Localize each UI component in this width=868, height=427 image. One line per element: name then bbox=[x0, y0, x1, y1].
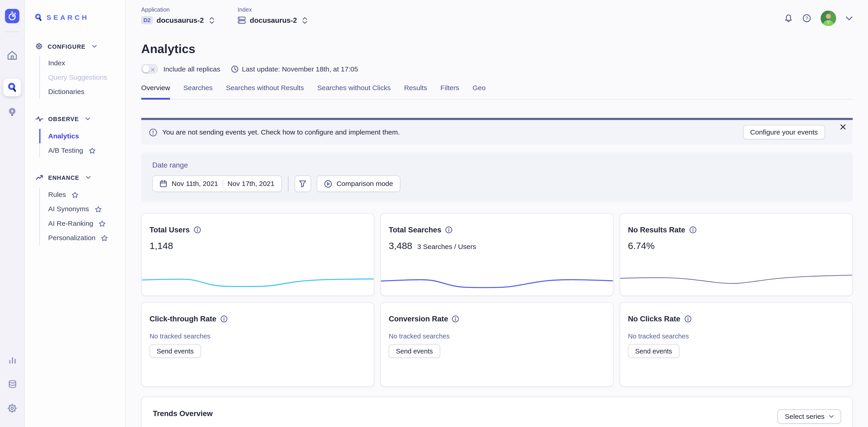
tab-results[interactable]: Results bbox=[404, 84, 427, 99]
bell-icon[interactable] bbox=[784, 14, 793, 23]
no-tracked-searches-text: No tracked searches bbox=[389, 332, 605, 340]
application-label: Application bbox=[141, 6, 214, 13]
rail-home-button[interactable] bbox=[3, 46, 21, 64]
section-head-enhance[interactable]: ENHANCE bbox=[25, 174, 125, 182]
card-title: Total Users bbox=[150, 226, 190, 234]
total-searches-value: 3,488 bbox=[389, 240, 412, 252]
sidebar-item-label: Rules bbox=[48, 191, 66, 199]
lightbulb-flash-icon bbox=[7, 106, 17, 117]
no-clicks-rate-card: No Clicks Rate No tracked searches Send … bbox=[620, 302, 853, 387]
search-product-logo[interactable]: SEARCH bbox=[25, 0, 125, 22]
info-icon[interactable] bbox=[689, 226, 696, 233]
gear-icon bbox=[35, 42, 43, 50]
include-replicas-toggle[interactable] bbox=[141, 64, 158, 73]
sidebar-item-index[interactable]: Index bbox=[40, 56, 125, 70]
info-icon[interactable] bbox=[452, 315, 459, 323]
chevron-down-icon bbox=[829, 415, 834, 418]
send-events-button[interactable]: Send events bbox=[150, 344, 201, 358]
pulse-icon bbox=[35, 115, 43, 123]
home-icon bbox=[6, 49, 18, 61]
sidebar: SEARCH CONFIGURE Index bbox=[25, 0, 126, 427]
application-selector[interactable]: Application D2 docusaurus-2 bbox=[141, 6, 214, 24]
avatar-photo bbox=[820, 10, 836, 26]
info-icon[interactable] bbox=[445, 226, 453, 233]
rail-data-button[interactable] bbox=[3, 375, 21, 393]
star-icon bbox=[99, 220, 106, 227]
sidebar-item-label: AI Re-Ranking bbox=[48, 220, 93, 227]
section-label: CONFIGURE bbox=[48, 43, 86, 50]
comparison-mode-label: Comparison mode bbox=[337, 180, 393, 188]
no-tracked-searches-text: No tracked searches bbox=[150, 332, 366, 340]
nav-section-enhance: ENHANCE Rules AI Synonyms AI R bbox=[25, 174, 125, 245]
tab-searches-without-results[interactable]: Searches without Results bbox=[226, 84, 304, 99]
sidebar-item-ai-synonyms[interactable]: AI Synonyms bbox=[40, 202, 125, 216]
tab-filters[interactable]: Filters bbox=[440, 84, 459, 99]
date-end: Nov 17th, 2021 bbox=[227, 180, 275, 188]
send-events-button[interactable]: Send events bbox=[628, 344, 679, 358]
conversion-rate-card: Conversion Rate No tracked searches Send… bbox=[380, 302, 614, 387]
no-results-rate-card: No Results Rate 6.74% bbox=[620, 213, 853, 296]
nav-section-observe: OBSERVE Analytics A/B Testing bbox=[25, 115, 125, 158]
send-events-button[interactable]: Send events bbox=[389, 344, 440, 358]
index-icon bbox=[238, 16, 246, 24]
star-icon bbox=[95, 205, 102, 213]
search-logo-icon bbox=[34, 13, 42, 22]
topbar: Application D2 docusaurus-2 Index bbox=[141, 0, 853, 33]
tab-searches[interactable]: Searches bbox=[183, 84, 213, 99]
date-range-label: Date range bbox=[152, 161, 842, 169]
include-replicas-label: Include all replicas bbox=[163, 65, 220, 73]
sidebar-nav: CONFIGURE Index Query Suggestions Dictio… bbox=[25, 42, 125, 245]
rail-search-button[interactable] bbox=[3, 78, 21, 96]
sidebar-item-dictionaries[interactable]: Dictionaries bbox=[40, 85, 125, 99]
section-head-observe[interactable]: OBSERVE bbox=[25, 115, 125, 123]
configure-events-button[interactable]: Configure your events bbox=[743, 125, 825, 139]
bar-chart-icon bbox=[7, 355, 17, 364]
star-icon bbox=[89, 147, 96, 154]
sidebar-item-ai-re-ranking[interactable]: AI Re-Ranking bbox=[40, 216, 125, 231]
index-value: docusaurus-2 bbox=[250, 16, 297, 24]
sparkline-path bbox=[381, 280, 613, 288]
sparkline-path bbox=[142, 279, 374, 287]
stopwatch-icon bbox=[7, 11, 17, 21]
rail-recommend-button[interactable] bbox=[3, 103, 21, 121]
info-icon[interactable] bbox=[220, 315, 227, 323]
date-range-button[interactable]: Nov 11th, 2021 Nov 17th, 2021 bbox=[152, 175, 282, 192]
clock-icon bbox=[231, 65, 239, 73]
no-results-rate-sparkline bbox=[620, 264, 852, 290]
sidebar-item-query-suggestions[interactable]: Query Suggestions bbox=[40, 70, 125, 85]
play-circle-icon bbox=[324, 179, 332, 188]
sidebar-item-ab-testing[interactable]: A/B Testing bbox=[40, 143, 125, 158]
sidebar-item-analytics[interactable]: Analytics bbox=[39, 129, 125, 143]
date-start: Nov 11th, 2021 bbox=[172, 180, 218, 188]
chevron-down-icon[interactable] bbox=[845, 16, 853, 21]
screen: SEARCH CONFIGURE Index bbox=[0, 0, 868, 427]
sidebar-item-label: AI Synonyms bbox=[48, 205, 89, 213]
tab-searches-without-clicks[interactable]: Searches without Clicks bbox=[317, 84, 391, 99]
tab-geo[interactable]: Geo bbox=[472, 84, 486, 99]
select-series-button[interactable]: Select series bbox=[778, 409, 841, 424]
chevron-updown-icon bbox=[303, 17, 308, 24]
sidebar-item-personalization[interactable]: Personalization bbox=[40, 231, 125, 245]
info-icon[interactable] bbox=[194, 226, 201, 233]
svg-text:?: ? bbox=[805, 15, 808, 21]
comparison-mode-button[interactable]: Comparison mode bbox=[316, 175, 400, 192]
app-logo-tile[interactable] bbox=[5, 9, 19, 23]
no-results-rate-value: 6.74% bbox=[628, 240, 654, 252]
rail-usage-button[interactable] bbox=[3, 351, 21, 368]
section-label: ENHANCE bbox=[48, 174, 79, 181]
filter-button[interactable] bbox=[294, 175, 311, 192]
help-icon[interactable]: ? bbox=[802, 14, 811, 23]
total-searches-sparkline bbox=[381, 270, 613, 293]
section-head-configure[interactable]: CONFIGURE bbox=[25, 42, 125, 50]
sidebar-item-rules[interactable]: Rules bbox=[40, 188, 125, 202]
total-users-card: Total Users 1,148 bbox=[141, 213, 374, 296]
rail-settings-button[interactable] bbox=[3, 399, 21, 417]
index-selector[interactable]: Index docusaurus-2 bbox=[238, 6, 308, 24]
info-icon[interactable] bbox=[684, 315, 691, 323]
card-title: No Clicks Rate bbox=[628, 315, 680, 323]
user-avatar[interactable] bbox=[820, 10, 836, 26]
close-icon[interactable] bbox=[840, 124, 846, 130]
index-label: Index bbox=[238, 6, 308, 13]
tab-overview[interactable]: Overview bbox=[141, 84, 170, 99]
sidebar-item-label: Index bbox=[48, 59, 65, 67]
